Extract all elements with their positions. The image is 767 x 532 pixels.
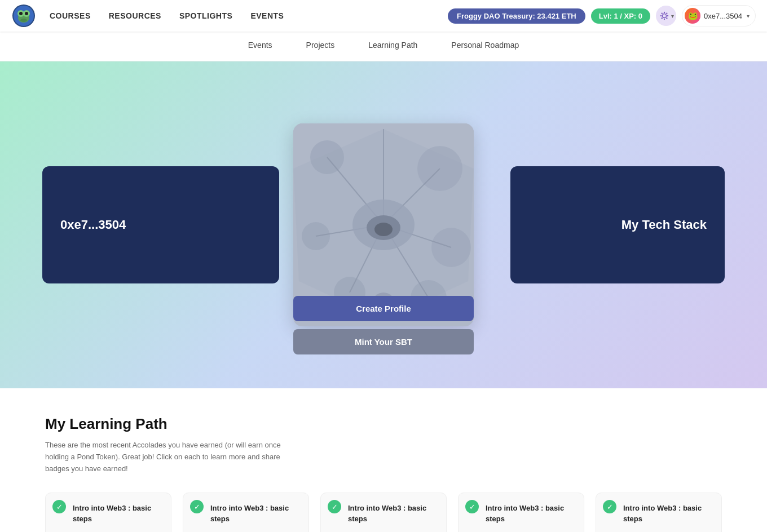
svg-point-8 [662, 14, 666, 18]
badge-title-5: Intro into Web3 : basic steps [623, 503, 712, 524]
badge-card-2[interactable]: ✓ Intro into Web3 : basic steps [183, 493, 309, 532]
navbar-links: COURSES RESOURCES SPOTLIGHTS EVENTS [50, 11, 448, 20]
badge-title-4: Intro into Web3 : basic steps [486, 503, 575, 524]
subnav-events[interactable]: Events [248, 41, 272, 52]
user-chevron: ▾ [747, 13, 750, 19]
create-profile-button[interactable]: Create Profile [293, 296, 474, 321]
subnav-learning-path[interactable]: Learning Path [368, 41, 417, 52]
hero-section: 0xe7...3504 [0, 61, 767, 388]
treasury-badge: Froggy DAO Treasury: 23.421 ETH [448, 8, 585, 24]
svg-point-12 [667, 15, 668, 16]
svg-point-7 [20, 19, 27, 22]
svg-point-14 [666, 17, 667, 19]
hero-wallet-address: 0xe7...3504 [60, 218, 126, 232]
badges-row: ✓ Intro into Web3 : basic steps ✓ Intro … [45, 493, 722, 532]
svg-point-10 [663, 19, 664, 20]
navbar: COURSES RESOURCES SPOTLIGHTS EVENTS Frog… [0, 0, 767, 32]
hero-wallet-panel: 0xe7...3504 [42, 166, 279, 283]
mint-sbt-button[interactable]: Mint Your SBT [293, 329, 474, 354]
user-address: 0xe7...3504 [704, 12, 742, 20]
hero-buttons: Create Profile Mint Your SBT [293, 296, 474, 354]
learning-path-description: These are the most recent Accolades you … [45, 440, 299, 475]
badge-check-4: ✓ [465, 500, 479, 513]
hero-tech-stack-label: My Tech Stack [621, 218, 707, 232]
subnav: Events Projects Learning Path Personal R… [0, 32, 767, 61]
badge-check-2: ✓ [190, 500, 204, 513]
badge-title-3: Intro into Web3 : basic steps [348, 503, 437, 524]
svg-point-5 [19, 12, 23, 15]
nav-events[interactable]: EVENTS [250, 11, 284, 20]
svg-point-35 [374, 223, 393, 236]
badge-check-5: ✓ [603, 500, 616, 513]
learning-path-section: My Learning Path These are the most rece… [0, 388, 767, 532]
badge-check-1: ✓ [52, 500, 66, 513]
learning-path-title: My Learning Path [45, 415, 722, 433]
svg-point-13 [661, 13, 662, 14]
settings-chevron: ▾ [671, 13, 674, 19]
settings-button[interactable]: ▾ [656, 6, 676, 26]
svg-point-16 [661, 17, 662, 19]
nav-courses[interactable]: COURSES [50, 11, 91, 20]
user-avatar: 🐸 [685, 8, 700, 24]
hero-tech-stack-panel: My Tech Stack [510, 166, 725, 283]
logo[interactable] [11, 3, 36, 28]
badge-card-1[interactable]: ✓ Intro into Web3 : basic steps [45, 493, 171, 532]
navbar-right: Froggy DAO Treasury: 23.421 ETH Lvl: 1 /… [448, 5, 756, 26]
user-menu-button[interactable]: 🐸 0xe7...3504 ▾ [682, 5, 756, 26]
badge-card-5[interactable]: ✓ Intro into Web3 : basic steps [596, 493, 722, 532]
subnav-personal-roadmap[interactable]: Personal Roadmap [451, 41, 519, 52]
badge-card-4[interactable]: ✓ Intro into Web3 : basic steps ₿ Ξ [458, 493, 584, 532]
svg-point-11 [660, 15, 661, 16]
xp-badge: Lvl: 1 / XP: 0 [591, 8, 650, 24]
svg-point-9 [663, 12, 664, 13]
badge-card-3[interactable]: ✓ Intro into Web3 : basic steps ⚑ [320, 493, 447, 532]
subnav-projects[interactable]: Projects [306, 41, 335, 52]
badge-title-2: Intro into Web3 : basic steps [210, 503, 299, 524]
badge-title-1: Intro into Web3 : basic steps [73, 503, 162, 524]
badge-check-3: ✓ [328, 500, 341, 513]
nav-resources[interactable]: RESOURCES [109, 11, 161, 20]
nav-spotlights[interactable]: SPOTLIGHTS [179, 11, 232, 20]
svg-point-15 [666, 13, 667, 14]
svg-point-6 [25, 12, 28, 15]
